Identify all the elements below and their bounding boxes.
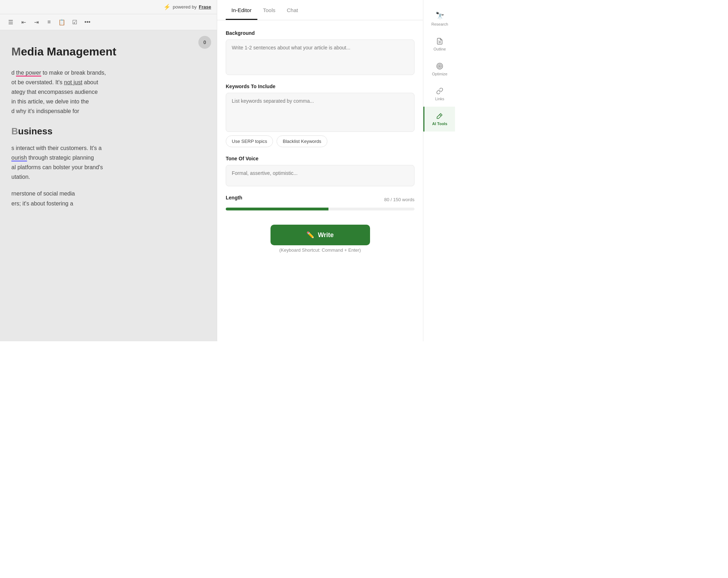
bullet-list-icon[interactable]: ≡: [44, 17, 54, 27]
sidebar-item-outline[interactable]: Outline: [423, 32, 455, 57]
length-section: Length 80 / 150 words: [226, 195, 414, 210]
length-header: Length 80 / 150 words: [226, 195, 414, 204]
ordered-list-icon[interactable]: 📋: [57, 17, 67, 27]
sidebar-item-optimize[interactable]: Optimize: [423, 57, 455, 82]
outdent-icon[interactable]: ⇤: [18, 17, 28, 27]
tab-in-editor[interactable]: In-Editor: [226, 0, 257, 20]
article-body: d the power to make or break brands, ot …: [11, 68, 205, 208]
checklist-icon[interactable]: ☑: [70, 17, 80, 27]
more-options-icon[interactable]: •••: [82, 17, 92, 27]
svg-point-4: [439, 65, 440, 66]
blacklist-keywords-button[interactable]: Blacklist Keywords: [277, 135, 327, 147]
ai-panel: In-Editor Tools Chat Background Keywords…: [217, 0, 423, 341]
body-paragraph-3: rnerstone of social media ers; it's abou…: [11, 189, 205, 208]
write-button-label: Write: [318, 231, 334, 239]
word-count-badge: 0: [198, 36, 211, 49]
sidebar-item-ai-tools[interactable]: AI Tools: [423, 107, 455, 132]
sidebar-links-label: Links: [435, 97, 444, 101]
svg-point-3: [438, 64, 441, 68]
right-sidebar: 🔭 Research Outline Optimize: [423, 0, 455, 341]
keyboard-hint: (Keyboard Shortcut: Command + Enter): [279, 247, 361, 253]
sidebar-research-label: Research: [431, 22, 448, 26]
tab-tools[interactable]: Tools: [257, 0, 281, 20]
use-serp-button[interactable]: Use SERP topics: [226, 135, 273, 147]
links-icon: [436, 87, 443, 95]
write-button[interactable]: ✏️ Write: [271, 225, 370, 245]
wand-icon: [436, 112, 443, 119]
keywords-textarea[interactable]: [226, 93, 414, 132]
wand-icon: ✏️: [306, 231, 314, 239]
editor-header: ⚡ powered by Frase: [0, 0, 217, 14]
length-slider-fill: [226, 208, 326, 210]
powered-by: ⚡ powered by Frase: [164, 4, 211, 10]
indent-icon[interactable]: ⇥: [31, 17, 41, 27]
length-slider-thumb[interactable]: [323, 208, 328, 210]
keywords-label: Keywords To Include: [226, 84, 414, 89]
background-section: Background: [226, 30, 414, 75]
sidebar-outline-label: Outline: [434, 47, 446, 51]
document-icon: [436, 38, 443, 45]
editor-panel: ⚡ powered by Frase ☰ ⇤ ⇥ ≡ 📋 ☑ ••• 0 Med…: [0, 0, 217, 341]
keywords-section: Keywords To Include Use SERP topics Blac…: [226, 84, 414, 147]
background-textarea[interactable]: [226, 39, 414, 75]
body-paragraph-1: d the power to make or break brands, ot …: [11, 68, 205, 116]
length-value: 80 / 150 words: [384, 197, 414, 202]
write-section: ✏️ Write (Keyboard Shortcut: Command + E…: [226, 225, 414, 253]
highlighted-text-2: ourish: [11, 155, 27, 161]
background-label: Background: [226, 30, 414, 36]
keyword-buttons: Use SERP topics Blacklist Keywords: [226, 135, 414, 147]
tab-chat[interactable]: Chat: [281, 0, 304, 20]
section-heading-business: Business: [11, 123, 205, 139]
length-label: Length: [226, 195, 242, 200]
tone-label: Tone Of Voice: [226, 156, 414, 161]
powered-by-text: powered by: [173, 4, 197, 10]
sidebar-ai-tools-label: AI Tools: [432, 122, 448, 126]
sidebar-optimize-label: Optimize: [432, 72, 447, 76]
ai-panel-tabs: In-Editor Tools Chat: [217, 0, 423, 20]
sidebar-item-links[interactable]: Links: [423, 82, 455, 107]
align-left-icon[interactable]: ☰: [6, 17, 16, 27]
body-paragraph-2: s interact with their customers. It's a …: [11, 143, 205, 182]
tone-section: Tone Of Voice: [226, 156, 414, 186]
target-icon: [436, 63, 443, 70]
article-title: Media Management: [11, 44, 205, 59]
highlighted-text-1: the power: [16, 70, 41, 76]
binoculars-icon: 🔭: [435, 11, 444, 20]
sidebar-item-research[interactable]: 🔭 Research: [423, 6, 455, 32]
frase-brand[interactable]: Frase: [199, 4, 211, 10]
ai-panel-body: Background Keywords To Include Use SERP …: [217, 20, 423, 341]
underlined-text-1: not just: [64, 79, 82, 85]
bolt-icon: ⚡: [164, 4, 171, 10]
tone-textarea[interactable]: [226, 165, 414, 186]
editor-content[interactable]: 0 Media Management d the power to make o…: [0, 30, 217, 341]
toolbar: ☰ ⇤ ⇥ ≡ 📋 ☑ •••: [0, 14, 217, 30]
length-slider-track[interactable]: [226, 208, 414, 210]
